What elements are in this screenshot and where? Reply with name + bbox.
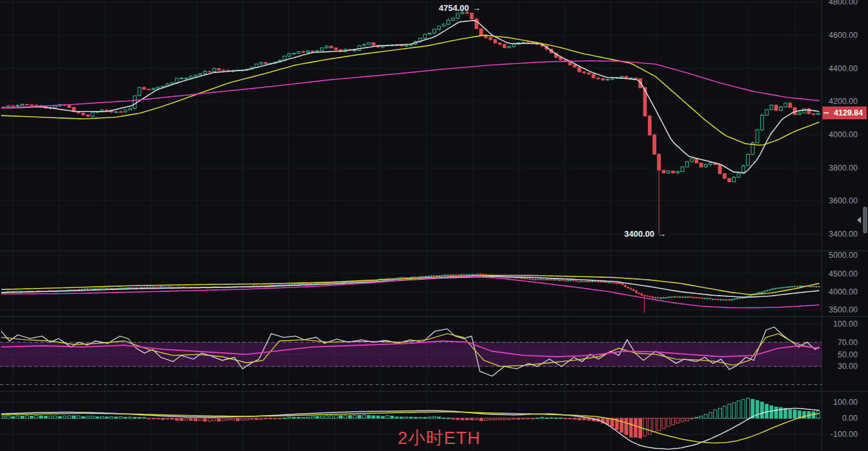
oscillator-axis-label: 100.00 bbox=[833, 319, 858, 328]
main-axis-label: 4000.00 bbox=[829, 130, 858, 139]
main-axis-label: 3800.00 bbox=[829, 164, 858, 173]
chart-canvas[interactable]: 4800.004600.004400.004200.004000.003800.… bbox=[0, 0, 868, 451]
main-ma-fast-white bbox=[1, 21, 819, 173]
trading-chart-app: 4800.004600.004400.004200.004000.003800.… bbox=[0, 0, 868, 451]
main-axis-label: 4400.00 bbox=[829, 64, 858, 73]
current-price-tag: 4129.84 bbox=[822, 106, 867, 119]
main-ma-slow-magenta bbox=[1, 61, 819, 108]
panel-collapse-handle[interactable] bbox=[863, 207, 867, 234]
arrow-right-icon: → bbox=[658, 229, 666, 239]
macd-axis-label: -100.00 bbox=[831, 430, 858, 439]
arrow-right-icon: → bbox=[472, 3, 481, 13]
price-line-tick bbox=[824, 112, 829, 114]
overview-axis-label: 4500.00 bbox=[829, 269, 858, 278]
main-axis-label: 3600.00 bbox=[829, 196, 858, 205]
overview-axis-label: 5000.00 bbox=[829, 251, 858, 260]
low-price-label: 3400.00 bbox=[624, 229, 654, 239]
oscillator-band bbox=[0, 342, 822, 366]
price-axis[interactable]: 4800.004600.004400.004200.004000.003800.… bbox=[829, 0, 858, 439]
current-price-value: 4129.84 bbox=[834, 108, 863, 117]
overview-axis-label: 4000.00 bbox=[829, 287, 858, 296]
high-price-label: 4754.00 bbox=[439, 3, 469, 13]
macd-axis-label: 0.00 bbox=[842, 414, 858, 423]
main-axis-label: 4800.00 bbox=[829, 0, 858, 6]
low-price-annotation: 3400.00→ bbox=[624, 229, 666, 239]
main-candles bbox=[2, 10, 820, 234]
overview-ma-slow-magenta bbox=[1, 277, 819, 308]
high-price-annotation: 4754.00→ bbox=[439, 3, 481, 13]
main-axis-label: 4600.00 bbox=[829, 31, 858, 40]
overview-axis-label: 3500.00 bbox=[829, 305, 858, 314]
collapse-arrow-icon[interactable] bbox=[857, 217, 861, 223]
timeframe-symbol-label: 2小时ETH bbox=[398, 427, 481, 450]
oscillator-axis-label: 30.00 bbox=[838, 362, 858, 371]
main-ma-mid-yellow bbox=[1, 35, 819, 145]
oscillator-axis-label: 50.00 bbox=[838, 350, 858, 359]
main-axis-label: 3400.00 bbox=[829, 230, 858, 239]
macd-axis-label: 100.00 bbox=[833, 398, 858, 407]
oscillator-axis-label: 70.00 bbox=[838, 338, 858, 347]
main-axis-label: 4200.00 bbox=[829, 97, 858, 106]
